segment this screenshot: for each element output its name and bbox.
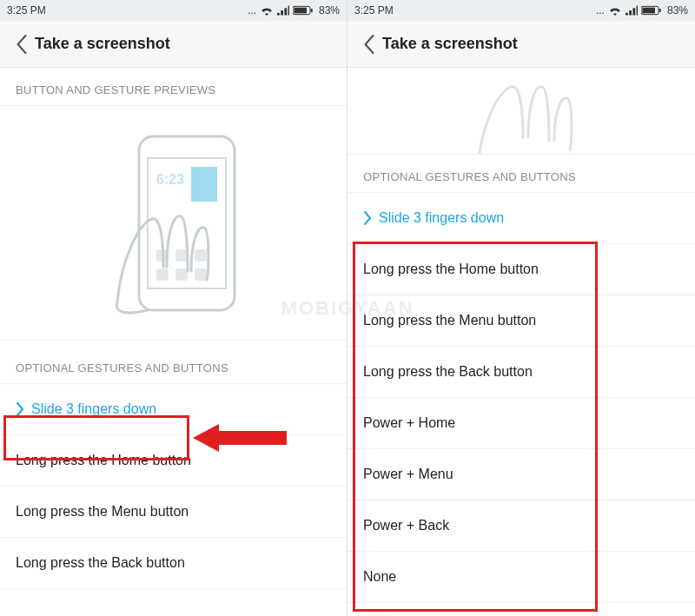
option-label: Long press the Back button bbox=[16, 555, 185, 571]
chevron-right-icon bbox=[363, 211, 372, 225]
svg-rect-3 bbox=[139, 136, 235, 310]
back-button[interactable] bbox=[356, 35, 382, 54]
status-time: 3:25 PM bbox=[7, 4, 46, 17]
option-slide-3-fingers[interactable]: Slide 3 fingers down bbox=[348, 193, 695, 244]
status-time: 3:25 PM bbox=[354, 4, 394, 17]
svg-rect-15 bbox=[659, 9, 661, 12]
option-none[interactable]: None bbox=[348, 552, 695, 603]
chevron-right-icon bbox=[16, 402, 24, 416]
wifi-icon bbox=[260, 5, 274, 16]
status-bar: 3:25 PM ... 83% bbox=[0, 0, 347, 21]
svg-rect-2 bbox=[311, 9, 313, 12]
option-label: Power + Menu bbox=[363, 467, 453, 482]
svg-rect-8 bbox=[195, 249, 207, 262]
title-bar: Take a screenshot bbox=[0, 21, 347, 68]
option-long-press-home[interactable]: Long press the Home button bbox=[348, 244, 695, 295]
back-button[interactable] bbox=[9, 35, 35, 54]
option-slide-3-fingers[interactable]: Slide 3 fingers down bbox=[0, 384, 347, 435]
wifi-icon bbox=[608, 5, 622, 16]
option-long-press-menu[interactable]: Long press the Menu button bbox=[0, 487, 347, 538]
option-long-press-menu[interactable]: Long press the Menu button bbox=[348, 295, 695, 347]
left-screen: 3:25 PM ... 83% Take a screenshot bbox=[0, 0, 348, 616]
svg-rect-11 bbox=[195, 268, 207, 281]
right-screen: 3:25 PM ... 83% Take a screenshot bbox=[348, 0, 695, 616]
option-power-home[interactable]: Power + Home bbox=[348, 398, 695, 449]
status-bar: 3:25 PM ... 83% bbox=[348, 0, 695, 21]
option-label: None bbox=[363, 569, 396, 585]
option-long-press-back[interactable]: Long press the Back button bbox=[348, 347, 695, 398]
svg-rect-5 bbox=[191, 167, 217, 202]
battery-percent: 83% bbox=[319, 4, 340, 17]
option-long-press-home[interactable]: Long press the Home button bbox=[0, 435, 347, 487]
option-long-press-back[interactable]: Long press the Back button bbox=[0, 538, 347, 589]
preview-clock-text: 6:23 bbox=[156, 172, 184, 187]
signal-icon bbox=[626, 5, 638, 16]
option-label: Long press the Back button bbox=[363, 364, 533, 380]
option-label: Long press the Menu button bbox=[16, 504, 189, 520]
section-header-optional-right: OPTIONAL GESTURES AND BUTTONS bbox=[348, 155, 695, 193]
option-power-menu[interactable]: Power + Menu bbox=[348, 449, 695, 500]
section-header-preview: BUTTON AND GESTURE PREVIEWS bbox=[0, 68, 347, 106]
battery-icon bbox=[641, 5, 662, 16]
battery-icon bbox=[293, 5, 314, 16]
option-label: Power + Back bbox=[363, 518, 449, 533]
option-label: Long press the Menu button bbox=[363, 313, 536, 328]
gesture-preview-peek bbox=[348, 68, 695, 155]
svg-rect-7 bbox=[175, 249, 188, 262]
svg-rect-9 bbox=[156, 268, 169, 281]
gesture-preview: 6:23 bbox=[0, 106, 347, 341]
signal-icon bbox=[277, 5, 289, 16]
page-title: Take a screenshot bbox=[35, 35, 170, 53]
option-label: Slide 3 fingers down bbox=[379, 210, 504, 226]
option-power-back[interactable]: Power + Back bbox=[348, 500, 695, 552]
battery-percent: 83% bbox=[667, 4, 688, 17]
more-icon: ... bbox=[248, 4, 256, 17]
more-icon: ... bbox=[596, 4, 605, 17]
title-bar: Take a screenshot bbox=[348, 21, 695, 68]
option-label: Power + Home bbox=[363, 415, 455, 431]
option-label: Slide 3 fingers down bbox=[31, 401, 156, 417]
svg-rect-10 bbox=[175, 268, 188, 281]
option-label: Long press the Home button bbox=[16, 453, 191, 468]
svg-rect-14 bbox=[642, 8, 655, 14]
page-title: Take a screenshot bbox=[382, 35, 518, 53]
section-header-optional-left: OPTIONAL GESTURES AND BUTTONS bbox=[0, 346, 347, 384]
option-label: Long press the Home button bbox=[363, 262, 539, 277]
svg-rect-1 bbox=[294, 8, 307, 14]
